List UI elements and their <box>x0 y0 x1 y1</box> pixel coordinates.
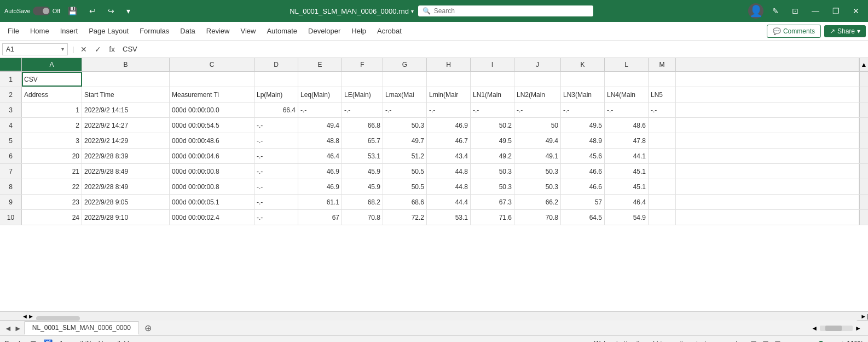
cell[interactable] <box>649 195 676 209</box>
cell[interactable]: 66.4 <box>254 102 298 117</box>
row-number[interactable]: 1 <box>0 72 22 87</box>
col-header-d[interactable]: D <box>254 58 298 71</box>
cell[interactable]: 71.6 <box>471 210 514 225</box>
cell[interactable]: 2022/9/2 14:29 <box>82 133 170 148</box>
menu-home[interactable]: Home <box>25 24 55 38</box>
cell[interactable]: 000d 00:00:00.0 <box>170 102 254 117</box>
cell[interactable]: 66.2 <box>514 195 561 209</box>
tab-next-button[interactable]: ► <box>14 324 22 333</box>
cell[interactable]: 65.7 <box>342 133 383 148</box>
cell[interactable] <box>649 149 676 163</box>
cell[interactable] <box>383 72 427 87</box>
cell[interactable]: -.- <box>254 179 298 194</box>
comments-button[interactable]: 💬 Comments <box>767 25 821 38</box>
formula-fx-icon[interactable]: fx <box>107 44 117 55</box>
cell[interactable]: 66.8 <box>342 118 383 133</box>
cell[interactable]: 000d 00:00:02.4 <box>170 210 254 225</box>
cell[interactable]: 44.8 <box>427 164 471 179</box>
cell[interactable]: 47.8 <box>605 133 649 148</box>
cell[interactable] <box>649 164 676 179</box>
cell[interactable]: 49.4 <box>298 118 342 133</box>
row-number[interactable]: 9 <box>0 195 22 209</box>
undo-button[interactable]: ↩ <box>85 4 100 18</box>
row-number[interactable]: 3 <box>0 102 22 117</box>
cell[interactable]: 20 <box>22 149 82 163</box>
cell[interactable]: 46.6 <box>561 179 605 194</box>
menu-formulas[interactable]: Formulas <box>134 24 175 38</box>
cell[interactable]: 70.8 <box>342 210 383 225</box>
cell[interactable]: LN4(Main <box>605 87 649 102</box>
menu-view[interactable]: View <box>235 24 261 38</box>
row-number[interactable]: 2 <box>0 87 22 102</box>
cell[interactable]: -.- <box>471 102 514 117</box>
row-number[interactable]: 7 <box>0 164 22 179</box>
cell[interactable]: 2022/9/2 14:27 <box>82 118 170 133</box>
restore-window-button[interactable]: ⊡ <box>788 4 803 18</box>
cell[interactable]: 000d 00:00:00.8 <box>170 179 254 194</box>
tab-scrollbar[interactable] <box>820 326 853 331</box>
zoom-in-button[interactable]: + <box>841 340 844 343</box>
cell[interactable]: 000d 00:00:54.5 <box>170 118 254 133</box>
menu-insert[interactable]: Insert <box>55 24 84 38</box>
scroll-left-button[interactable]: ◄ <box>22 313 28 320</box>
cell[interactable]: 68.6 <box>383 195 427 209</box>
cell-ref-chevron[interactable]: ▾ <box>61 46 64 52</box>
cell[interactable] <box>649 72 676 87</box>
cell[interactable]: Lmax(Mai <box>383 87 427 102</box>
col-header-j[interactable]: J <box>514 58 561 71</box>
cell[interactable]: 1 <box>22 102 82 117</box>
cell[interactable]: 46.6 <box>561 164 605 179</box>
customize-button[interactable]: ▾ <box>122 4 135 18</box>
cell[interactable]: 50.2 <box>471 118 514 133</box>
cell[interactable]: 45.9 <box>342 164 383 179</box>
cell[interactable]: 49.5 <box>471 133 514 148</box>
cell[interactable]: -.- <box>298 102 342 117</box>
cell[interactable]: Leq(Main) <box>298 87 342 102</box>
col-header-e[interactable]: E <box>298 58 342 71</box>
share-button[interactable]: ↗ Share ▾ <box>824 25 866 37</box>
cell[interactable]: 45.6 <box>561 149 605 163</box>
cell[interactable]: LN2(Main <box>514 87 561 102</box>
cell[interactable]: -.- <box>254 164 298 179</box>
cell[interactable]: 000d 00:00:05.1 <box>170 195 254 209</box>
cell[interactable]: 61.1 <box>298 195 342 209</box>
cell[interactable] <box>170 72 254 87</box>
cell[interactable]: 72.2 <box>383 210 427 225</box>
search-input[interactable] <box>434 7 589 15</box>
row-number[interactable]: 4 <box>0 118 22 133</box>
cell[interactable] <box>514 72 561 87</box>
cell[interactable]: Lmin(Mair <box>427 87 471 102</box>
scroll-end-button[interactable]: ►| <box>860 313 868 320</box>
cell-reference-box[interactable]: A1 ▾ <box>2 43 68 55</box>
cell[interactable]: 000d 00:00:00.8 <box>170 164 254 179</box>
cell[interactable] <box>254 72 298 87</box>
cell[interactable]: -.- <box>254 210 298 225</box>
cell[interactable] <box>471 72 514 87</box>
cell[interactable]: 53.1 <box>342 149 383 163</box>
cell[interactable]: 49.4 <box>514 133 561 148</box>
cell[interactable]: 53.1 <box>427 210 471 225</box>
cell[interactable] <box>649 179 676 194</box>
cell[interactable]: 000d 00:00:04.6 <box>170 149 254 163</box>
cell[interactable]: 50.3 <box>383 118 427 133</box>
save-button[interactable]: 💾 <box>63 4 82 18</box>
cell[interactable]: 46.9 <box>427 118 471 133</box>
autosave-toggle[interactable] <box>33 7 50 15</box>
cell[interactable]: 50.3 <box>471 179 514 194</box>
cell[interactable]: 50 <box>514 118 561 133</box>
cell[interactable]: 46.9 <box>298 179 342 194</box>
cell[interactable]: -.- <box>254 118 298 133</box>
cell[interactable] <box>342 72 383 87</box>
col-header-g[interactable]: G <box>383 58 427 71</box>
cell[interactable]: 23 <box>22 195 82 209</box>
cell[interactable]: 2022/9/2 14:15 <box>82 102 170 117</box>
menu-acrobat[interactable]: Acrobat <box>372 24 407 38</box>
pen-icon[interactable]: ✎ <box>768 4 783 18</box>
cell[interactable]: 57 <box>561 195 605 209</box>
cell[interactable]: 3 <box>22 133 82 148</box>
cell[interactable]: 64.5 <box>561 210 605 225</box>
cell[interactable] <box>649 210 676 225</box>
page-layout-view-button[interactable]: ⊟ <box>761 338 770 343</box>
cell[interactable]: 21 <box>22 164 82 179</box>
cell[interactable] <box>649 133 676 148</box>
